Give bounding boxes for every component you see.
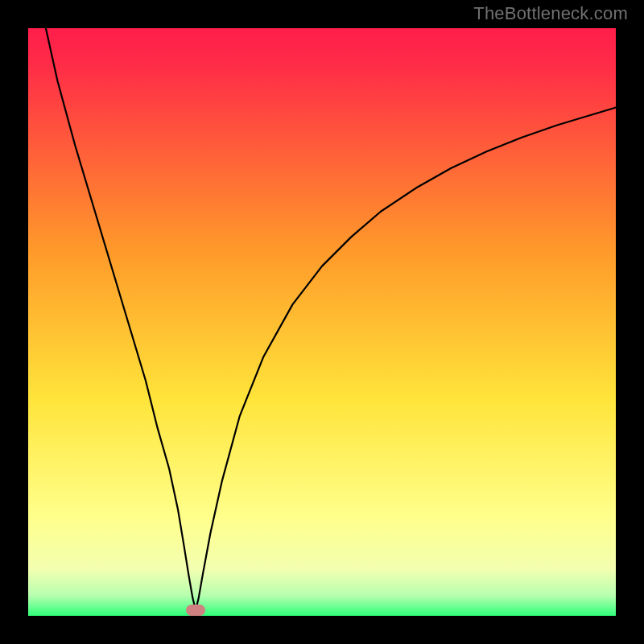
bottleneck-curve xyxy=(46,28,616,610)
chart-container: TheBottleneck.com xyxy=(0,0,644,644)
minimum-marker xyxy=(186,605,205,616)
watermark-text: TheBottleneck.com xyxy=(473,3,628,24)
curve-layer xyxy=(28,28,616,616)
